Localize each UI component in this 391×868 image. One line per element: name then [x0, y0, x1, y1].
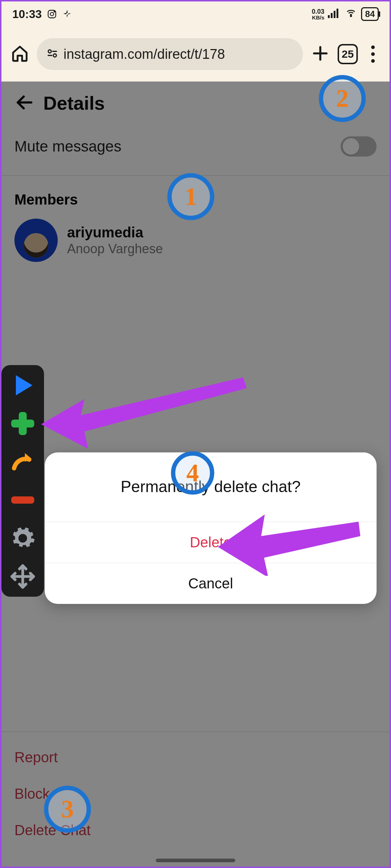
wifi-icon — [344, 8, 357, 21]
svg-rect-5 — [331, 13, 333, 18]
svg-point-2 — [54, 11, 55, 12]
site-settings-icon[interactable] — [46, 47, 58, 61]
annotation-arrow — [218, 511, 362, 576]
annotation-marker-3: 3 — [44, 786, 91, 833]
new-tab-button[interactable] — [311, 44, 330, 64]
instagram-status-icon — [47, 9, 57, 19]
battery-indicator: 84 — [361, 7, 379, 21]
svg-point-11 — [53, 54, 57, 57]
tab-switcher-button[interactable]: 25 — [338, 44, 358, 64]
svg-rect-7 — [337, 9, 338, 18]
svg-rect-6 — [334, 11, 335, 18]
annotation-marker-1: 1 — [167, 173, 214, 220]
address-bar[interactable]: instagram.com/direct/t/178 — [37, 38, 303, 70]
plus-icon[interactable] — [10, 411, 36, 437]
svg-point-9 — [48, 50, 52, 53]
status-bar: 10:33 0.03 KB/s 84 — [1, 1, 390, 27]
network-rate: 0.03 KB/s — [312, 8, 324, 20]
svg-marker-16 — [41, 377, 247, 449]
svg-point-8 — [351, 15, 352, 16]
annotation-toolbar — [1, 365, 44, 597]
browser-toolbar: instagram.com/direct/t/178 25 — [1, 27, 390, 82]
minus-icon[interactable] — [10, 487, 36, 513]
svg-rect-4 — [328, 15, 330, 18]
gear-icon[interactable] — [10, 525, 36, 551]
no-location-icon — [62, 9, 72, 19]
url-text: instagram.com/direct/t/178 — [63, 47, 225, 62]
annotation-marker-2: 2 — [319, 75, 366, 122]
gesture-handle[interactable] — [156, 859, 235, 862]
annotation-marker-4: 4 — [171, 451, 214, 495]
svg-point-1 — [50, 12, 53, 16]
redo-arrow-icon[interactable] — [10, 449, 36, 475]
clock: 10:33 — [12, 8, 42, 21]
cell-signal-icon — [328, 8, 341, 21]
move-icon[interactable] — [10, 564, 36, 589]
annotation-arrow — [41, 377, 250, 457]
home-button[interactable] — [11, 44, 29, 64]
browser-menu-button[interactable] — [366, 45, 380, 63]
svg-marker-17 — [218, 514, 360, 576]
play-icon[interactable] — [10, 372, 36, 398]
